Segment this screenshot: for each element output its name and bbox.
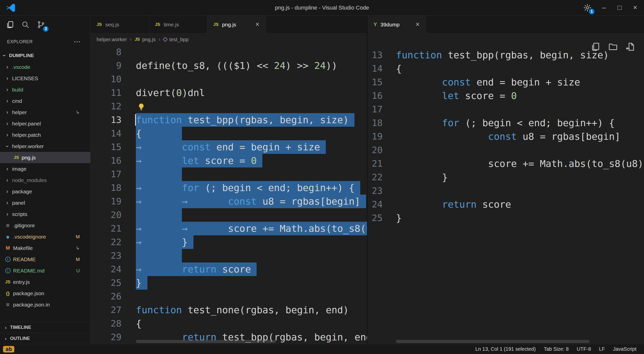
- line-number-17[interactable]: 17: [91, 167, 122, 181]
- line-number-19[interactable]: 19: [91, 195, 122, 208]
- tab-seq.js[interactable]: JSseq.js: [91, 16, 149, 33]
- code-line-8[interactable]: 8: [91, 45, 367, 59]
- line-number-8[interactable]: 8: [91, 45, 122, 59]
- tree-item-README[interactable]: iREADMEM: [0, 254, 90, 265]
- tree-item-helper.patch[interactable]: ›helper.patch: [0, 129, 90, 141]
- tree-item-helper[interactable]: ›helper↳: [0, 107, 90, 118]
- line-number-18[interactable]: 18: [368, 116, 383, 130]
- search-icon[interactable]: [20, 19, 31, 30]
- status-item[interactable]: JavaScript: [609, 346, 640, 352]
- code-line-17[interactable]: 17: [368, 103, 644, 116]
- outline-panel-header[interactable]: › OUTLINE: [0, 333, 90, 344]
- tree-item-package[interactable]: ›package: [0, 186, 90, 197]
- code-line-11[interactable]: 11divert(0)dnl: [91, 86, 367, 100]
- tree-item-png.js[interactable]: JSpng.js: [0, 152, 90, 163]
- tree-item-package.json[interactable]: {}package.json: [0, 288, 90, 299]
- line-number-18[interactable]: 18: [91, 181, 122, 195]
- breadcrumb-png.js[interactable]: JSpng.js: [135, 37, 155, 42]
- code-line-23[interactable]: 23: [91, 249, 367, 262]
- copy-icon[interactable]: [590, 42, 600, 53]
- line-number-15[interactable]: 15: [91, 140, 122, 154]
- tree-item-.vscodeignore[interactable]: ◆.vscodeignoreM: [0, 231, 90, 242]
- code-line-21[interactable]: 21→→score += Math.abs(to_s8(u8)): [91, 222, 367, 235]
- code-line-22[interactable]: 22→}: [91, 235, 367, 249]
- status-item[interactable]: LF: [595, 346, 609, 352]
- section-header-dumpline[interactable]: › DUMPLINE: [0, 50, 90, 61]
- tree-item-build[interactable]: ›build: [0, 84, 90, 95]
- tab-time.js[interactable]: JStime.js: [149, 16, 207, 33]
- editor-right[interactable]: 13function test_bpp(rgbas, begin, size)1…: [368, 34, 644, 344]
- code-line-26[interactable]: 26: [91, 290, 367, 303]
- tree-item-node_modules[interactable]: ›node_modules: [0, 174, 90, 186]
- line-number-28[interactable]: 28: [91, 317, 122, 330]
- code-line-15[interactable]: 15→const end = begin + size: [91, 140, 367, 154]
- line-number-10[interactable]: 10: [91, 72, 122, 86]
- code-line-24[interactable]: 24→return score: [368, 198, 644, 211]
- line-number-9[interactable]: 9: [91, 59, 122, 72]
- close-tab-icon[interactable]: ×: [252, 21, 259, 28]
- line-number-14[interactable]: 14: [368, 62, 383, 75]
- line-number-24[interactable]: 24: [368, 198, 383, 211]
- line-number-11[interactable]: 11: [91, 86, 122, 100]
- line-number-22[interactable]: 22: [368, 170, 383, 184]
- close-window-button[interactable]: ×: [631, 4, 639, 12]
- line-number-13[interactable]: 13: [368, 48, 383, 62]
- close-tab-icon[interactable]: ×: [412, 21, 420, 28]
- source-control-icon[interactable]: 3: [35, 19, 47, 30]
- explorer-icon[interactable]: [4, 19, 16, 30]
- line-number-13[interactable]: 13: [91, 113, 122, 127]
- horizontal-scrollbar[interactable]: [136, 340, 362, 343]
- line-number-23[interactable]: 23: [91, 249, 122, 262]
- tree-item-README.md[interactable]: iREADME.mdU: [0, 265, 90, 276]
- more-actions-icon[interactable]: ⋯: [74, 40, 81, 43]
- line-number-24[interactable]: 24: [91, 262, 122, 276]
- horizontal-scrollbar[interactable]: [396, 340, 638, 343]
- code-line-15[interactable]: 15→const end = begin + size: [368, 75, 644, 89]
- timeline-panel-header[interactable]: › TIMELINE: [0, 322, 90, 333]
- line-number-20[interactable]: 20: [91, 208, 122, 222]
- line-number-17[interactable]: 17: [368, 103, 383, 116]
- tree-item-LICENSES[interactable]: ›LICENSES: [0, 73, 90, 84]
- tree-item-panel[interactable]: ›panel: [0, 197, 90, 208]
- line-number-19[interactable]: 19: [368, 130, 383, 143]
- line-number-20[interactable]: 20: [368, 143, 383, 157]
- tree-item-entry.js[interactable]: JSentry.js: [0, 276, 90, 288]
- minimize-button[interactable]: –: [600, 4, 608, 12]
- status-extension-badge[interactable]: ab: [3, 346, 14, 352]
- maximize-button[interactable]: □: [615, 4, 624, 12]
- line-number-14[interactable]: 14: [91, 127, 122, 140]
- tree-item-cmd[interactable]: ›cmd: [0, 95, 90, 107]
- breadcrumb-helper.worker[interactable]: helper.worker: [97, 37, 127, 42]
- status-item[interactable]: Ln 13, Col 1 (191 selected): [471, 346, 540, 352]
- line-number-16[interactable]: 16: [91, 154, 122, 167]
- code-line-18[interactable]: 18→for (; begin < end; begin++) {: [91, 181, 367, 195]
- tree-item-package.json.in[interactable]: ≡package.json.in: [0, 299, 90, 310]
- tree-item-Makefile[interactable]: MMakefile↳: [0, 242, 90, 254]
- line-number-16[interactable]: 16: [368, 89, 383, 103]
- breadcrumb-test_bpp[interactable]: test_bpp: [164, 37, 189, 42]
- line-number-23[interactable]: 23: [368, 184, 383, 198]
- code-line-20[interactable]: 20: [368, 143, 644, 157]
- code-line-16[interactable]: 16→let score = 0: [91, 154, 367, 167]
- line-number-12[interactable]: 12: [91, 100, 122, 113]
- code-line-28[interactable]: 28{: [91, 317, 367, 330]
- code-line-13[interactable]: 13function test_bpp(rgbas, begin, size): [91, 113, 367, 127]
- code-line-21[interactable]: 21→→score += Math.abs(to_s8(u8)): [368, 157, 644, 170]
- code-line-25[interactable]: 25}: [91, 276, 367, 290]
- code-line-19[interactable]: 19→→const u8 = rgbas[begin]: [91, 195, 367, 208]
- tree-item-.gitignore[interactable]: ≡.gitignore: [0, 220, 90, 231]
- code-line-23[interactable]: 23: [368, 184, 644, 198]
- code-line-20[interactable]: 20: [91, 208, 367, 222]
- tab-39dump[interactable]: Y39dump×: [368, 16, 426, 33]
- code-line-9[interactable]: 9define(to_s8, ((($1) << 24) >> 24)): [91, 59, 367, 72]
- code-line-25[interactable]: 25}: [368, 211, 644, 225]
- line-number-25[interactable]: 25: [368, 211, 383, 225]
- code-line-16[interactable]: 16→let score = 0: [368, 89, 644, 103]
- code-line-27[interactable]: 27function test_none(rgbas, begin, end): [91, 303, 367, 317]
- line-number-22[interactable]: 22: [91, 235, 122, 249]
- lightbulb-icon[interactable]: [137, 102, 146, 111]
- tree-item-helper.worker[interactable]: ›helper.worker: [0, 141, 90, 152]
- tree-item-.vscode[interactable]: ›.vscode: [0, 61, 90, 73]
- code-line-17[interactable]: 17: [91, 167, 367, 181]
- tree-item-helper.panel[interactable]: ›helper.panel: [0, 118, 90, 129]
